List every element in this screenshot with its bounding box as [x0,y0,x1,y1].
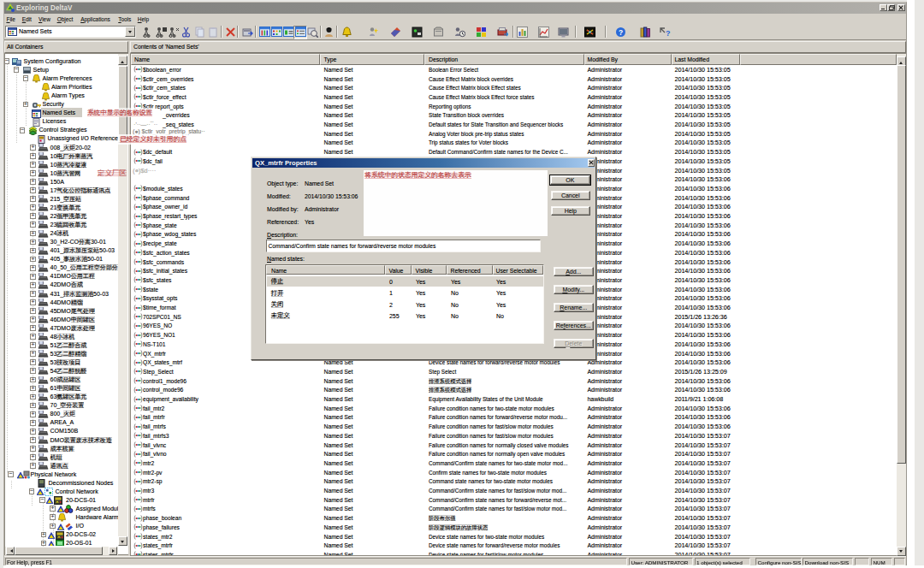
svg-text:?: ? [619,28,623,37]
svg-text:?: ? [666,29,671,38]
